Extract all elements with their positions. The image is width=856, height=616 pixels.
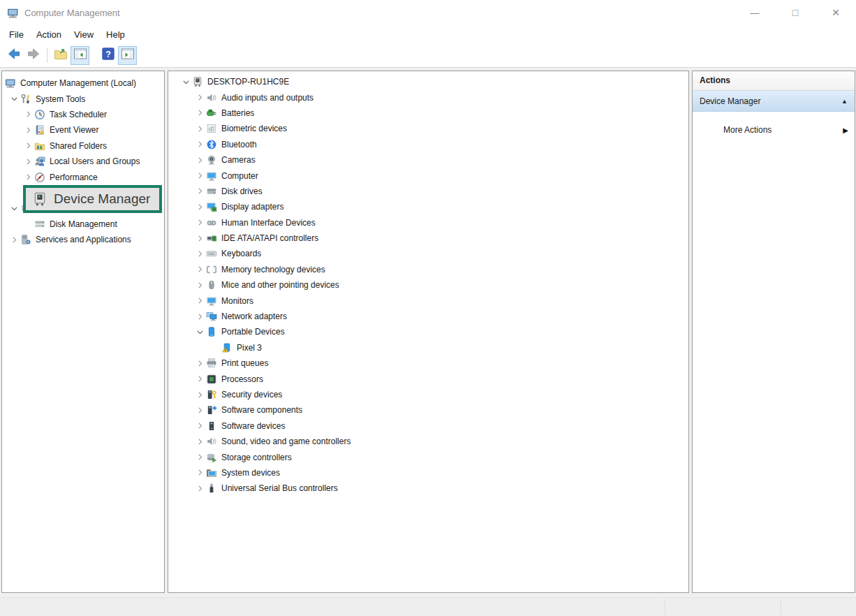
chevron-right-icon[interactable] — [193, 437, 206, 446]
tree-item-biometric-devices[interactable]: Biometric devices — [168, 121, 688, 136]
chevron-right-icon[interactable] — [193, 421, 206, 430]
tree-item-desktop-ru1hc9e[interactable]: DESKTOP-RU1HC9E — [168, 74, 688, 89]
menu-action[interactable]: Action — [30, 27, 68, 42]
menu-help[interactable]: Help — [100, 27, 131, 42]
chevron-down-icon[interactable] — [8, 204, 20, 213]
chevron-down-icon[interactable] — [179, 78, 192, 87]
tree-item-network-adapters[interactable]: Network adapters — [168, 309, 688, 324]
tree-item-pixel-3[interactable]: Pixel 3 — [168, 340, 688, 355]
system-devices-icon — [206, 467, 217, 478]
tree-item-universal-serial-bus-controllers[interactable]: Universal Serial Bus controllers — [168, 481, 688, 496]
help-button[interactable]: ? — [98, 46, 117, 65]
computer-management-icon — [5, 78, 16, 89]
tree-item-local-users-and-groups[interactable]: Local Users and Groups — [2, 154, 164, 169]
chevron-right-icon[interactable] — [22, 141, 34, 150]
chevron-right-icon[interactable] — [22, 110, 34, 119]
tree-item-ide-ata-atapi-controllers[interactable]: IDE ATA/ATAPI controllers — [168, 230, 688, 246]
chevron-right-icon[interactable] — [193, 484, 206, 493]
tree-item-disk-management[interactable]: Disk Management — [2, 217, 164, 232]
chevron-right-icon[interactable] — [22, 157, 34, 166]
tree-item-storage-controllers[interactable]: Storage controllers — [168, 449, 688, 464]
forward-button[interactable] — [24, 46, 43, 65]
tree-item-label: Keyboards — [221, 249, 261, 258]
menu-view[interactable]: View — [68, 27, 100, 42]
maximize-button[interactable]: □ — [775, 0, 816, 25]
chevron-right-icon[interactable] — [193, 108, 206, 117]
tree-item-display-adapters[interactable]: Display adapters — [168, 199, 688, 214]
device-tree: DESKTOP-RU1HC9EAudio inputs and outputsB… — [168, 71, 688, 497]
tree-item-batteries[interactable]: Batteries — [168, 105, 688, 121]
close-button[interactable]: × — [816, 0, 856, 25]
show-console-tree-button[interactable] — [71, 46, 89, 65]
tree-item-system-devices[interactable]: System devices — [168, 465, 688, 481]
actions-panel: Actions Device Manager ▲ More Actions ▶ — [692, 71, 855, 593]
chevron-down-icon[interactable] — [8, 94, 20, 103]
more-actions-item[interactable]: More Actions ▶ — [693, 122, 855, 138]
back-button[interactable] — [4, 46, 23, 65]
tree-item-label: Bluetooth — [221, 140, 257, 149]
tree-item-software-devices[interactable]: Software devices — [168, 418, 688, 434]
menu-file[interactable]: File — [3, 27, 30, 42]
chevron-right-icon[interactable] — [193, 406, 206, 415]
chevron-right-icon[interactable] — [193, 93, 206, 102]
tree-item-label: Disk drives — [221, 186, 263, 196]
actions-pane-title: Actions — [693, 71, 855, 91]
tree-item-audio-inputs-and-outputs[interactable]: Audio inputs and outputs — [168, 89, 688, 105]
tree-item-label: Computer — [221, 171, 258, 181]
storage-controller-icon — [206, 452, 217, 463]
tree-item-sound-video-and-game-controllers[interactable]: Sound, video and game controllers — [168, 434, 688, 449]
tree-item-label: Disk Management — [50, 219, 117, 229]
chevron-right-icon[interactable] — [22, 173, 34, 182]
tree-item-cameras[interactable]: Cameras — [168, 152, 688, 168]
tree-item-task-scheduler[interactable]: Task Scheduler — [2, 107, 164, 122]
chevron-right-icon[interactable] — [193, 359, 206, 368]
tree-item-keyboards[interactable]: Keyboards — [168, 246, 688, 261]
chevron-right-icon[interactable] — [193, 140, 206, 149]
chevron-right-icon[interactable] — [193, 390, 206, 399]
chevron-right-icon[interactable] — [193, 249, 206, 258]
collapse-arrow-icon[interactable]: ▲ — [841, 98, 848, 105]
tree-item-software-components[interactable]: Software components — [168, 402, 688, 418]
chevron-right-icon[interactable] — [193, 296, 206, 305]
tree-item-bluetooth[interactable]: Bluetooth — [168, 137, 688, 152]
chevron-right-icon[interactable] — [193, 218, 206, 227]
chevron-right-icon[interactable] — [8, 235, 20, 244]
tree-item-performance[interactable]: Performance — [2, 169, 164, 184]
tree-item-mice-and-other-pointing-devices[interactable]: Mice and other pointing devices — [168, 277, 688, 293]
tree-item-services-and-applications[interactable]: Services and Applications — [2, 232, 164, 247]
tree-item-event-viewer[interactable]: Event Viewer — [2, 122, 164, 138]
tree-item-human-interface-devices[interactable]: Human Interface Devices — [168, 215, 688, 230]
tree-item-memory-technology-devices[interactable]: Memory technology devices — [168, 262, 688, 277]
chevron-right-icon[interactable] — [193, 124, 206, 133]
tree-item-processors[interactable]: Processors — [168, 371, 688, 386]
minimize-button[interactable]: — — [735, 0, 775, 25]
chevron-right-icon[interactable] — [193, 453, 206, 462]
tree-item-monitors[interactable]: Monitors — [168, 293, 688, 308]
tree-item-security-devices[interactable]: Security devices — [168, 387, 688, 402]
chevron-right-icon[interactable] — [193, 186, 206, 196]
status-bar-divider — [781, 599, 781, 615]
chevron-right-icon[interactable] — [193, 312, 206, 321]
chevron-down-icon[interactable] — [193, 328, 206, 337]
export-list-button[interactable] — [51, 46, 70, 65]
tree-item-computer-management-local[interactable]: Computer Management (Local) — [2, 75, 164, 91]
tree-item-portable-devices[interactable]: Portable Devices — [168, 324, 688, 339]
chevron-right-icon[interactable] — [193, 281, 206, 290]
chevron-right-icon[interactable] — [193, 171, 206, 180]
tree-item-label: Audio inputs and outputs — [221, 93, 313, 103]
tree-item-disk-drives[interactable]: Disk drives — [168, 184, 688, 199]
tree-item-computer[interactable]: Computer — [168, 168, 688, 183]
tree-item-shared-folders[interactable]: Shared Folders — [2, 138, 164, 154]
chevron-right-icon[interactable] — [193, 374, 206, 383]
show-action-pane-button[interactable] — [118, 46, 137, 65]
tree-item-system-tools[interactable]: System Tools — [2, 91, 164, 106]
chevron-right-icon[interactable] — [22, 126, 34, 135]
main-area: Computer Management (Local)System ToolsT… — [0, 68, 856, 616]
actions-section-device-manager[interactable]: Device Manager ▲ — [693, 91, 855, 112]
chevron-right-icon[interactable] — [193, 234, 206, 243]
chevron-right-icon[interactable] — [193, 203, 206, 212]
tree-item-print-queues[interactable]: Print queues — [168, 355, 688, 371]
chevron-right-icon[interactable] — [193, 156, 206, 165]
chevron-right-icon[interactable] — [193, 265, 206, 274]
chevron-right-icon[interactable] — [193, 468, 206, 477]
